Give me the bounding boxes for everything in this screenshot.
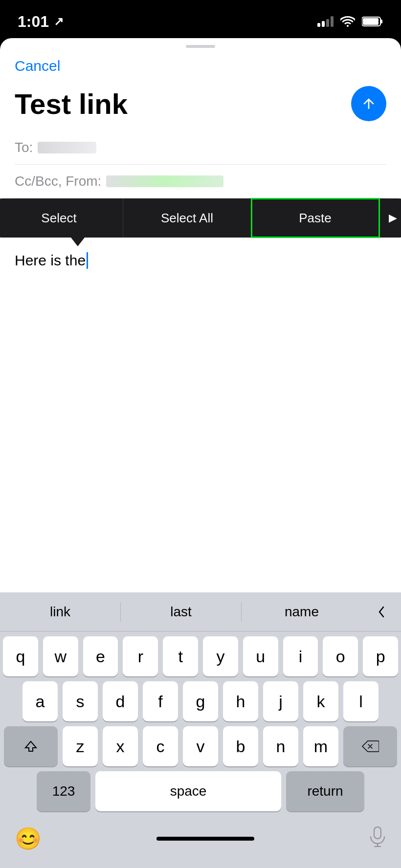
key-a[interactable]: a bbox=[22, 681, 58, 721]
time-display: 1:01 bbox=[18, 13, 49, 31]
status-icons bbox=[317, 16, 383, 27]
cc-bcc-field-row[interactable]: Cc/Bcc, From: bbox=[15, 165, 386, 198]
predictive-item-1[interactable]: last bbox=[121, 592, 241, 631]
from-value bbox=[106, 175, 223, 187]
key-m[interactable]: m bbox=[303, 726, 338, 766]
to-label: To: bbox=[15, 140, 33, 155]
key-q[interactable]: q bbox=[3, 636, 38, 676]
key-z[interactable]: z bbox=[63, 726, 98, 766]
battery-icon bbox=[362, 16, 383, 27]
predictive-bar: link last name bbox=[0, 592, 401, 631]
key-j[interactable]: j bbox=[263, 681, 298, 721]
wifi-icon bbox=[340, 16, 355, 27]
to-field-row[interactable]: To: bbox=[15, 131, 386, 165]
key-b[interactable]: b bbox=[223, 726, 258, 766]
compose-sheet: Cancel Test link To: Cc/Bcc, From: Selec… bbox=[0, 38, 401, 868]
key-r[interactable]: r bbox=[123, 636, 158, 676]
signal-icon bbox=[317, 16, 334, 27]
context-menu-arrow bbox=[71, 238, 85, 246]
space-key[interactable]: space bbox=[95, 771, 281, 811]
key-s[interactable]: s bbox=[63, 681, 98, 721]
svg-rect-2 bbox=[363, 18, 379, 25]
key-e[interactable]: e bbox=[83, 636, 118, 676]
status-time: 1:01 ↗ bbox=[18, 13, 64, 31]
key-c[interactable]: c bbox=[143, 726, 178, 766]
key-row-3: z x c v b n m bbox=[3, 726, 398, 766]
key-g[interactable]: g bbox=[183, 681, 218, 721]
key-v[interactable]: v bbox=[183, 726, 218, 766]
key-f[interactable]: f bbox=[143, 681, 178, 721]
predictive-item-0[interactable]: link bbox=[0, 592, 120, 631]
send-button[interactable] bbox=[351, 86, 386, 121]
svg-rect-3 bbox=[374, 827, 381, 839]
delete-key[interactable] bbox=[343, 726, 397, 766]
microphone-button[interactable] bbox=[369, 826, 386, 852]
email-title-row: Test link bbox=[15, 79, 386, 131]
body-text: Here is the bbox=[15, 252, 86, 269]
more-button[interactable]: ▶ bbox=[379, 198, 401, 238]
shift-key[interactable] bbox=[4, 726, 58, 766]
return-key[interactable]: return bbox=[286, 771, 364, 811]
key-l[interactable]: l bbox=[343, 681, 379, 721]
send-arrow-icon bbox=[361, 96, 377, 111]
status-bar: 1:01 ↗ bbox=[0, 0, 401, 43]
key-n[interactable]: n bbox=[263, 726, 298, 766]
key-p[interactable]: p bbox=[363, 636, 398, 676]
keyboard-bottom: 😊 bbox=[0, 819, 401, 868]
predictive-back-button[interactable] bbox=[362, 604, 401, 620]
keyboard-rows: q w e r t y u i o p a s d f g h j k bbox=[0, 631, 401, 819]
context-menu: Select Select All Paste ▶ bbox=[0, 198, 401, 238]
compose-area: Cancel Test link To: Cc/Bcc, From: bbox=[0, 48, 401, 198]
num-key[interactable]: 123 bbox=[37, 771, 90, 811]
svg-rect-1 bbox=[380, 20, 382, 23]
email-subject: Test link bbox=[15, 87, 128, 120]
key-h[interactable]: h bbox=[223, 681, 258, 721]
email-body[interactable]: Here is the bbox=[0, 238, 401, 283]
predictive-item-2[interactable]: name bbox=[242, 592, 362, 631]
key-row-2: a s d f g h j k l bbox=[3, 681, 398, 721]
key-row-4: 123 space return bbox=[3, 771, 398, 811]
key-o[interactable]: o bbox=[323, 636, 358, 676]
home-indicator bbox=[156, 837, 254, 841]
select-all-button[interactable]: Select All bbox=[123, 198, 251, 238]
paste-button[interactable]: Paste bbox=[251, 198, 379, 238]
emoji-button[interactable]: 😊 bbox=[15, 826, 42, 851]
key-t[interactable]: t bbox=[163, 636, 198, 676]
key-row-1: q w e r t y u i o p bbox=[3, 636, 398, 676]
context-menu-wrapper: Select Select All Paste ▶ bbox=[0, 198, 401, 238]
keyboard: link last name q w e r t y u i bbox=[0, 592, 401, 868]
cc-bcc-label: Cc/Bcc, From: bbox=[15, 174, 101, 189]
key-i[interactable]: i bbox=[283, 636, 318, 676]
text-cursor bbox=[87, 252, 88, 269]
key-u[interactable]: u bbox=[243, 636, 278, 676]
key-w[interactable]: w bbox=[43, 636, 78, 676]
location-icon: ↗ bbox=[54, 15, 64, 28]
key-d[interactable]: d bbox=[103, 681, 138, 721]
to-value bbox=[38, 142, 96, 153]
key-x[interactable]: x bbox=[103, 726, 138, 766]
select-button[interactable]: Select bbox=[0, 198, 123, 238]
key-k[interactable]: k bbox=[303, 681, 338, 721]
cancel-button[interactable]: Cancel bbox=[15, 48, 386, 79]
key-y[interactable]: y bbox=[203, 636, 238, 676]
